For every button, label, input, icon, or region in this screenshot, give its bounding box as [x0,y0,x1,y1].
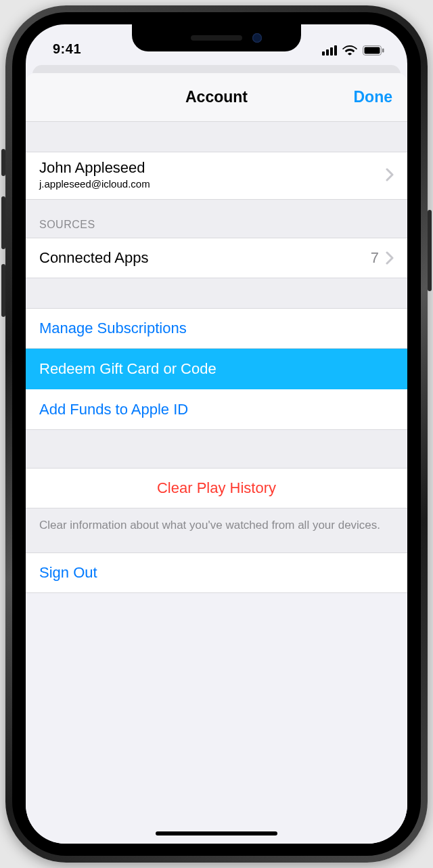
connected-apps-count: 7 [371,249,379,267]
volume-down-button [1,264,5,317]
sign-out-row[interactable]: Sign Out [26,552,407,593]
account-email: j.appleseed@icloud.com [39,178,150,190]
add-funds-row[interactable]: Add Funds to Apple ID [26,389,407,430]
redeem-gift-card-row[interactable]: Redeem Gift Card or Code [26,349,407,389]
redeem-gift-card-label: Redeem Gift Card or Code [39,359,216,379]
svg-rect-1 [365,47,380,53]
battery-icon [363,45,384,56]
home-indicator[interactable] [156,831,277,836]
manage-subscriptions-label: Manage Subscriptions [39,318,187,339]
connected-apps-label: Connected Apps [39,249,148,267]
sign-out-label: Sign Out [39,564,97,582]
earpiece-speaker [191,35,242,41]
connected-apps-row[interactable]: Connected Apps 7 [26,238,407,278]
front-camera [252,33,262,43]
mute-switch [1,149,5,176]
volume-up-button [1,196,5,249]
account-profile-row[interactable]: John Appleseed j.appleseed@icloud.com [26,152,407,200]
clear-play-history-footer: Clear information about what you've watc… [26,508,407,544]
done-button[interactable]: Done [354,88,393,106]
notch [132,24,301,51]
add-funds-label: Add Funds to Apple ID [39,399,188,420]
account-name: John Appleseed [39,159,150,177]
side-button [428,210,432,291]
cellular-signal-icon [322,45,337,56]
clear-play-history-row[interactable]: Clear Play History [26,468,407,508]
svg-rect-2 [382,48,384,52]
navbar: Account Done [26,73,407,122]
wifi-icon [342,45,357,56]
manage-subscriptions-row[interactable]: Manage Subscriptions [26,308,407,349]
section-header-sources: SOURCES [26,200,407,238]
status-time: 9:41 [53,41,81,57]
page-title: Account [185,88,248,106]
chevron-right-icon [386,168,394,181]
chevron-right-icon [386,251,394,265]
clear-play-history-label: Clear Play History [157,479,276,497]
